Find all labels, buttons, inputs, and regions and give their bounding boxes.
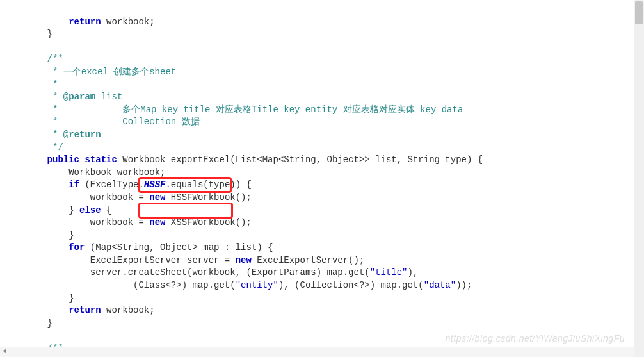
code-text: } <box>47 29 52 39</box>
javadoc-tag: @param <box>63 92 95 102</box>
code-line: public static Workbook exportExcel(List<… <box>26 154 483 165</box>
code-text: ), (Collection<?>) map.get( <box>278 280 424 290</box>
code-line: server.createSheet(workbook, (ExportPara… <box>26 267 418 278</box>
keyword-return: return <box>68 305 101 315</box>
code-text: } <box>47 230 74 240</box>
comment-text: * 多个Map key title 对应表格Title key entity 对… <box>47 104 463 115</box>
code-line: (Class<?>) map.get("entity"), (Collectio… <box>26 280 472 290</box>
code-line: Workbook workbook; <box>26 167 165 178</box>
code-line: if (ExcelType.HSSF.equals(type)) { <box>26 179 252 190</box>
code-text: Workbook exportExcel(List<Map<String, Ob… <box>117 154 483 165</box>
code-line: } <box>26 29 52 39</box>
comment-line: * @return <box>26 129 101 140</box>
code-line: } else { <box>26 205 111 215</box>
string-literal: "title" <box>370 267 408 278</box>
keyword-if: if <box>68 179 79 190</box>
code-text: XSSFWorkbook(); <box>165 217 251 228</box>
code-line: for (Map<String, Object> map : list) { <box>26 242 273 253</box>
code-text: workbook = <box>47 192 150 203</box>
code-text: ), <box>408 267 419 278</box>
vertical-scrollbar-thumb[interactable] <box>635 1 643 24</box>
code-text: HSSFWorkbook(); <box>165 192 251 203</box>
string-literal: "entity" <box>236 280 278 290</box>
code-text: (ExcelType. <box>79 179 144 190</box>
comment-text: * <box>47 129 63 140</box>
comment-text: */ <box>47 142 63 153</box>
code-block: return workbook; } /** * 一个excel 创建多个she… <box>0 0 644 357</box>
javadoc-tag: @return <box>63 129 101 140</box>
code-text: )); <box>456 280 472 290</box>
keyword-new: new <box>149 217 165 228</box>
comment-text: * 一个excel 创建多个sheet <box>47 67 177 77</box>
code-text: Workbook workbook; <box>47 167 166 178</box>
vertical-scrollbar[interactable] <box>634 0 644 357</box>
code-line: ExcelExportServer server = new ExcelExpo… <box>26 255 364 265</box>
watermark-text: https://blog.csdn.net/YiWangJiuShiXingFu <box>446 333 625 345</box>
comment-text: list <box>95 92 122 102</box>
code-line: return workbook; <box>26 17 155 27</box>
keyword-static: static <box>85 154 117 165</box>
static-field: HSSF <box>144 179 166 190</box>
comment-line: * Collection 数据 <box>26 117 200 127</box>
keyword-else: else <box>79 205 101 215</box>
comment-text: * Collection 数据 <box>47 117 200 127</box>
comment-line: /** <box>26 54 63 64</box>
code-text: server.createSheet(workbook, (ExportPara… <box>47 267 370 278</box>
code-text: ExcelExportServer server = <box>47 255 236 265</box>
code-line: } <box>26 318 52 328</box>
keyword-for: for <box>68 242 85 253</box>
keyword-new: new <box>149 192 165 203</box>
scroll-left-icon[interactable]: ◀ <box>3 347 6 356</box>
code-line: } <box>26 230 74 240</box>
comment-line: * @param list <box>26 92 122 102</box>
code-text: (Class<?>) map.get( <box>47 280 236 290</box>
string-literal: "data" <box>424 280 456 290</box>
code-line: workbook = new XSSFWorkbook(); <box>26 217 252 228</box>
code-line: workbook = new HSSFWorkbook(); <box>26 192 252 203</box>
keyword-public: public <box>47 154 79 165</box>
comment-line: * 多个Map key title 对应表格Title key entity 对… <box>26 104 463 115</box>
keyword-new: new <box>236 255 252 265</box>
code-text: ExcelExportServer(); <box>252 255 364 265</box>
code-text: .equals(type)) { <box>165 179 251 190</box>
code-text: } <box>47 293 74 303</box>
comment-text: * <box>47 79 58 90</box>
comment-line: * 一个excel 创建多个sheet <box>26 67 176 77</box>
code-text: workbook = <box>47 217 150 228</box>
comment-text: * <box>47 92 63 102</box>
code-text: } <box>47 205 79 215</box>
keyword-return: return <box>68 17 101 27</box>
code-line: return workbook; <box>26 305 155 315</box>
code-text: (Map<String, Object> map : list) { <box>85 242 273 253</box>
code-text: { <box>101 205 112 215</box>
comment-line: * <box>26 79 58 90</box>
code-line: } <box>26 293 74 303</box>
horizontal-scrollbar[interactable]: ◀ <box>0 347 634 357</box>
code-text: workbook; <box>101 305 155 315</box>
comment-line: */ <box>26 142 63 153</box>
code-text: workbook; <box>101 17 155 27</box>
comment-text: /** <box>47 54 63 64</box>
code-text: } <box>47 318 52 328</box>
